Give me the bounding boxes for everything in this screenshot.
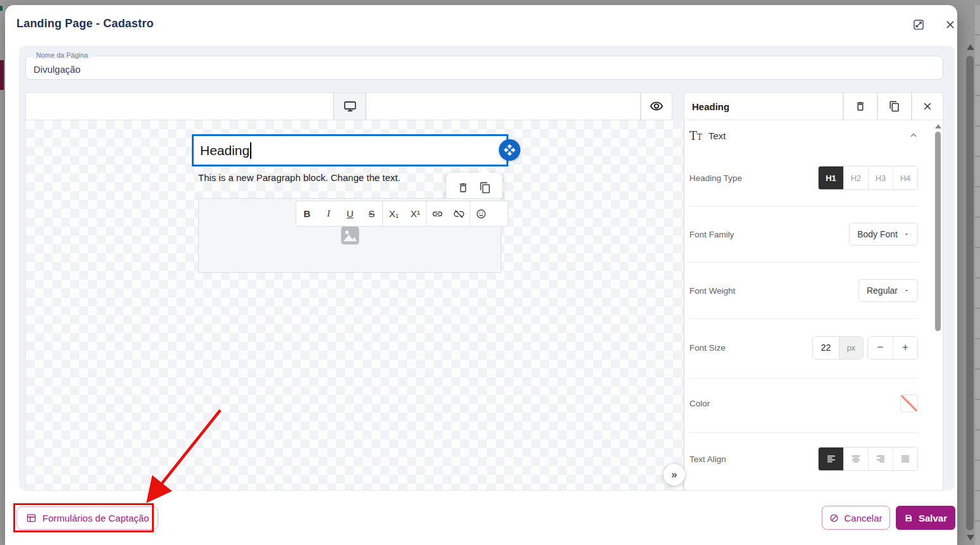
page-name-label: Nome da Página	[33, 51, 91, 59]
block-delete-button[interactable]	[457, 182, 469, 194]
emoji-icon	[475, 208, 487, 220]
heading-block[interactable]: Heading	[192, 134, 508, 166]
section-collapse-button[interactable]	[909, 131, 918, 140]
backdrop-app-sidebar-sliver	[0, 60, 4, 90]
font-size-unit: px	[839, 337, 863, 359]
heading-type-group: H1 H2 H3 H4	[818, 166, 918, 190]
emoji-button[interactable]	[470, 201, 492, 226]
divider	[689, 378, 918, 379]
expand-icon	[912, 18, 925, 31]
monitor-icon	[343, 99, 357, 113]
font-weight-value: Regular	[867, 285, 898, 296]
unlink-icon	[453, 208, 465, 220]
form-table-icon	[26, 513, 37, 523]
font-weight-label: Font Weight	[689, 286, 736, 296]
align-center-button[interactable]	[843, 448, 868, 470]
align-left-button[interactable]	[819, 448, 843, 470]
font-size-value-group: px	[812, 336, 864, 360]
link-icon	[432, 208, 443, 220]
page-scroll-up-arrow[interactable]	[967, 44, 974, 50]
close-icon	[944, 18, 957, 31]
heading-type-row: Heading Type H1 H2 H3 H4	[689, 163, 918, 193]
block-duplicate-button[interactable]	[479, 182, 491, 194]
expand-modal-button[interactable]	[910, 16, 927, 33]
text-caret	[250, 142, 251, 159]
heading-type-h1-button[interactable]: H1	[819, 166, 843, 189]
device-desktop-button[interactable]	[334, 92, 366, 120]
capture-forms-button[interactable]: Formulários de Captação	[16, 506, 158, 530]
font-size-decrease-button[interactable]: −	[868, 337, 893, 359]
save-label: Salvar	[919, 513, 947, 523]
page-name-input[interactable]	[25, 56, 943, 80]
text-align-row: Text Align	[689, 444, 918, 474]
sidebar-block-title: Heading	[684, 92, 843, 120]
chevron-down-icon	[903, 231, 910, 237]
sidebar-duplicate-button[interactable]	[877, 92, 912, 120]
sidebar-close-button[interactable]	[912, 92, 943, 120]
font-family-row: Font Family Body Font	[689, 219, 918, 249]
font-size-stepper: − +	[867, 336, 918, 360]
subscript-button[interactable]: X₁	[383, 201, 405, 226]
preview-button[interactable]	[641, 92, 672, 120]
superscript-button[interactable]: X¹	[405, 201, 426, 226]
block-move-handle[interactable]	[499, 139, 520, 161]
font-weight-select[interactable]: Regular	[858, 279, 918, 302]
font-size-row: Font Size px − +	[689, 332, 918, 363]
font-size-input[interactable]	[813, 337, 839, 359]
divider	[689, 206, 918, 206]
heading-block-text: Heading	[200, 143, 249, 158]
close-modal-button[interactable]	[942, 16, 958, 33]
text-section-title: Text	[708, 130, 909, 141]
align-justify-button[interactable]	[893, 448, 917, 470]
trash-icon	[457, 182, 469, 194]
cancel-button[interactable]: Cancelar	[822, 506, 890, 530]
chevron-down-icon	[903, 287, 910, 294]
underline-button[interactable]: U	[339, 201, 361, 226]
text-align-label: Text Align	[689, 454, 726, 464]
copy-icon	[889, 101, 900, 112]
page-scrollbar-thumb[interactable]	[966, 56, 974, 530]
screen: Landing Page - Cadastro Nome da Página	[0, 0, 980, 545]
page-scroll-down-arrow[interactable]	[967, 535, 974, 541]
sidebar-scroll-up-arrow[interactable]	[935, 124, 941, 128]
collapse-sidebar-button[interactable]: »	[663, 464, 685, 485]
align-right-icon	[875, 453, 886, 465]
block-icon	[829, 513, 839, 523]
richtext-toolbar: B I U S X₁ X¹	[296, 201, 508, 227]
heading-type-label: Heading Type	[689, 173, 742, 183]
heading-type-h2-button[interactable]: H2	[843, 166, 868, 189]
font-family-label: Font Family	[689, 230, 734, 239]
align-left-icon	[826, 453, 837, 465]
save-icon	[904, 513, 914, 523]
close-icon	[922, 101, 933, 112]
bold-button[interactable]: B	[296, 201, 318, 226]
italic-button[interactable]: I	[318, 201, 339, 226]
modal-title: Landing Page - Cadastro	[16, 17, 154, 30]
save-button[interactable]: Salvar	[896, 506, 955, 530]
sidebar-scrollbar-thumb[interactable]	[935, 132, 941, 331]
eye-icon	[650, 99, 663, 113]
paragraph-block[interactable]: This is a new Paragraph block. Change th…	[198, 172, 591, 183]
text-section-header: TT Text	[689, 124, 918, 147]
heading-type-h3-button[interactable]: H3	[868, 166, 893, 189]
text-align-group	[818, 447, 918, 471]
backdrop-teal-sliver	[0, 6, 3, 11]
canvas-toolbar-spacer-mid	[366, 92, 641, 120]
color-swatch-none[interactable]	[900, 394, 918, 412]
text-format-icon: TT	[689, 129, 702, 142]
move-icon	[503, 144, 516, 156]
font-family-value: Body Font	[857, 229, 898, 239]
align-justify-icon	[900, 453, 911, 465]
font-family-select[interactable]: Body Font	[849, 223, 918, 246]
font-size-label: Font Size	[689, 343, 726, 353]
copy-icon	[479, 182, 491, 194]
link-button[interactable]	[427, 201, 448, 226]
align-right-button[interactable]	[868, 448, 893, 470]
font-weight-row: Font Weight Regular	[689, 275, 918, 306]
unlink-button[interactable]	[448, 201, 470, 226]
sidebar-delete-button[interactable]	[843, 92, 877, 120]
strikethrough-button[interactable]: S	[361, 201, 382, 226]
font-size-increase-button[interactable]: +	[893, 337, 917, 359]
heading-type-h4-button[interactable]: H4	[893, 166, 917, 189]
divider	[689, 318, 918, 319]
